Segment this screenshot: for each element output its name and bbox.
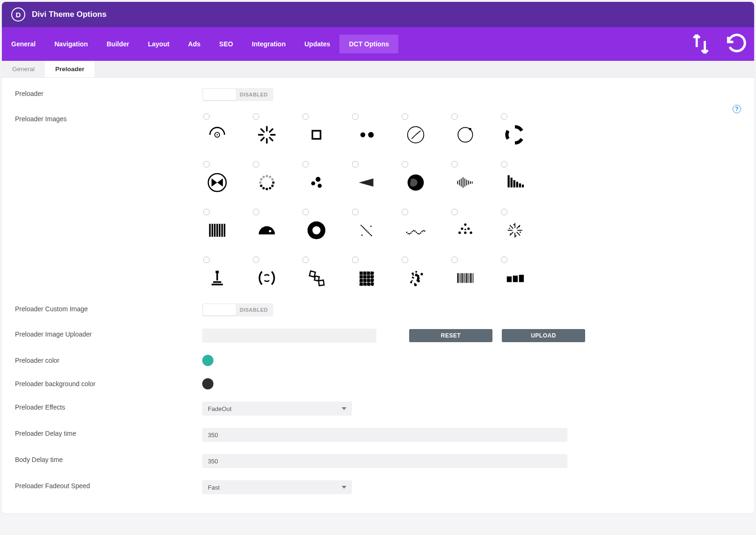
preloader-toggle[interactable]: DISABLED bbox=[202, 88, 273, 101]
svg-rect-126 bbox=[363, 282, 367, 286]
preloader-image-option-vertical-bars[interactable] bbox=[202, 209, 245, 243]
subtab-general[interactable]: General bbox=[2, 61, 45, 77]
reset-icon[interactable] bbox=[719, 27, 754, 61]
preloader-image-option-gauge[interactable] bbox=[252, 209, 295, 243]
radio-three-dots[interactable] bbox=[302, 161, 309, 168]
radio-dotted-arrow[interactable] bbox=[352, 209, 359, 215]
arc-dot-icon bbox=[204, 122, 230, 148]
radio-circle-dot-orbit[interactable] bbox=[451, 113, 458, 120]
radio-gauge[interactable] bbox=[253, 209, 259, 215]
radio-dotted-ring[interactable] bbox=[253, 161, 259, 168]
radio-dot-triangle[interactable] bbox=[451, 209, 458, 215]
radio-segmented-ring[interactable] bbox=[501, 113, 507, 120]
radio-three-squares[interactable] bbox=[501, 257, 507, 263]
svg-rect-107 bbox=[216, 271, 219, 273]
svg-rect-150 bbox=[464, 273, 465, 283]
preloader-image-option-pixel-grid[interactable] bbox=[351, 257, 394, 291]
tab-builder[interactable]: Builder bbox=[97, 35, 139, 53]
preloader-image-option-circle-dot-orbit[interactable] bbox=[450, 113, 493, 148]
tab-updates[interactable]: Updates bbox=[295, 35, 339, 53]
tab-seo[interactable]: SEO bbox=[210, 35, 242, 53]
sunburst-icon bbox=[254, 122, 280, 148]
preloader-image-option-linked-squares[interactable] bbox=[301, 257, 345, 291]
preloader-image-option-sunburst[interactable] bbox=[252, 113, 295, 148]
preloader-color-swatch[interactable] bbox=[202, 355, 213, 366]
preloader-image-option-sound-wave[interactable] bbox=[450, 161, 493, 196]
tab-navigation[interactable]: Navigation bbox=[45, 35, 97, 53]
svg-point-63 bbox=[365, 229, 367, 231]
custom-image-toggle[interactable]: DISABLED bbox=[202, 303, 273, 316]
radio-sparkle[interactable] bbox=[501, 209, 507, 215]
radio-dotted-wave[interactable] bbox=[402, 209, 408, 215]
preloader-image-option-dotted-ring[interactable] bbox=[252, 161, 295, 196]
svg-point-102 bbox=[510, 233, 511, 235]
body-delay-input[interactable] bbox=[202, 454, 567, 468]
preloader-image-option-fading-wedge[interactable] bbox=[351, 161, 394, 196]
tab-general[interactable]: General bbox=[2, 35, 45, 53]
radio-linked-squares[interactable] bbox=[302, 257, 309, 263]
preloader-image-option-brackets-arc[interactable] bbox=[252, 257, 295, 291]
tab-dct-options[interactable]: DCT Options bbox=[339, 35, 398, 53]
uploader-path-input[interactable] bbox=[202, 329, 376, 343]
upload-button[interactable]: UPLOAD bbox=[502, 329, 585, 342]
radio-barcode[interactable] bbox=[451, 257, 458, 263]
radio-bars-chart[interactable] bbox=[501, 161, 507, 168]
preloader-image-option-square-outline[interactable] bbox=[301, 113, 345, 148]
radio-clock[interactable] bbox=[402, 113, 408, 120]
svg-point-91 bbox=[464, 229, 466, 230]
fade-speed-select[interactable]: Fast bbox=[202, 480, 352, 494]
preloader-image-option-dotted-wave[interactable] bbox=[401, 209, 444, 243]
reset-button[interactable]: RESET bbox=[409, 329, 492, 342]
square-outline-icon bbox=[303, 122, 330, 148]
preloader-image-option-bars-chart[interactable] bbox=[500, 161, 543, 196]
preloader-image-option-two-dots[interactable] bbox=[351, 113, 394, 148]
radio-dot-cluster[interactable] bbox=[402, 257, 408, 263]
radio-sunburst[interactable] bbox=[253, 113, 259, 120]
preloader-image-option-three-squares[interactable] bbox=[500, 257, 543, 291]
svg-rect-147 bbox=[460, 273, 461, 283]
import-export-icon[interactable] bbox=[683, 27, 719, 61]
page-title: Divi Theme Options bbox=[32, 10, 107, 19]
svg-point-81 bbox=[420, 232, 421, 234]
preloader-image-option-thick-ring[interactable] bbox=[301, 209, 345, 243]
radio-brackets-arc[interactable] bbox=[253, 257, 259, 263]
radio-joystick[interactable] bbox=[203, 257, 210, 263]
tab-ads[interactable]: Ads bbox=[179, 35, 210, 53]
svg-rect-56 bbox=[224, 224, 225, 237]
divi-logo-icon: D bbox=[11, 7, 25, 22]
preloader-image-option-bowtie-circle[interactable] bbox=[202, 161, 245, 196]
radio-arc-dot[interactable] bbox=[203, 113, 210, 120]
delay-input[interactable] bbox=[202, 428, 567, 442]
tab-integration[interactable]: Integration bbox=[242, 35, 295, 53]
effects-select[interactable]: FadeOut bbox=[202, 402, 352, 416]
radio-globe[interactable] bbox=[402, 161, 408, 168]
svg-rect-42 bbox=[470, 181, 471, 184]
radio-vertical-bars[interactable] bbox=[203, 209, 210, 215]
subtab-preloader[interactable]: Preloader bbox=[45, 61, 95, 77]
preloader-image-option-joystick[interactable] bbox=[202, 257, 245, 291]
radio-two-dots[interactable] bbox=[352, 113, 359, 120]
tab-layout[interactable]: Layout bbox=[139, 35, 179, 53]
bg-color-swatch[interactable] bbox=[202, 378, 213, 389]
preloader-image-option-dotted-arrow[interactable] bbox=[351, 209, 394, 243]
help-icon[interactable]: ? bbox=[733, 105, 741, 113]
sub-tabs: General Preloader bbox=[2, 61, 754, 78]
label-effects: Preloader Effects bbox=[15, 402, 202, 411]
preloader-image-option-barcode[interactable] bbox=[450, 257, 493, 291]
preloader-image-option-globe[interactable] bbox=[401, 161, 444, 196]
radio-fading-wedge[interactable] bbox=[352, 161, 359, 168]
preloader-image-option-arc-dot[interactable] bbox=[202, 113, 245, 148]
preloader-image-option-dot-triangle[interactable] bbox=[450, 209, 493, 243]
svg-rect-125 bbox=[360, 282, 363, 286]
radio-sound-wave[interactable] bbox=[451, 161, 458, 168]
preloader-image-option-clock[interactable] bbox=[401, 113, 444, 148]
radio-bowtie-circle[interactable] bbox=[203, 161, 210, 168]
globe-icon bbox=[403, 169, 429, 196]
preloader-image-option-segmented-ring[interactable] bbox=[500, 113, 543, 148]
preloader-image-option-three-dots[interactable] bbox=[301, 161, 345, 196]
radio-thick-ring[interactable] bbox=[302, 209, 309, 215]
radio-square-outline[interactable] bbox=[302, 113, 309, 120]
preloader-image-option-sparkle[interactable] bbox=[500, 209, 543, 243]
radio-pixel-grid[interactable] bbox=[352, 257, 359, 263]
preloader-image-option-dot-cluster[interactable] bbox=[401, 257, 444, 291]
